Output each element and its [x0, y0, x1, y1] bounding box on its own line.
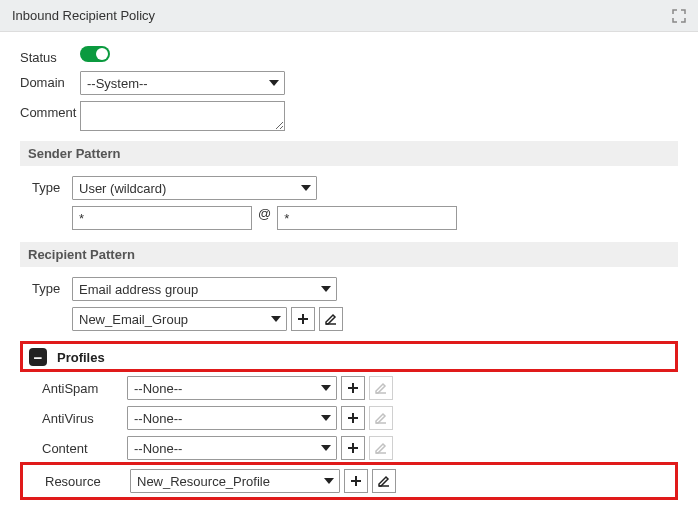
resource-edit-button[interactable] [372, 469, 396, 493]
antivirus-row: AntiVirus --None-- [42, 406, 678, 430]
collapse-icon: − [29, 348, 47, 366]
profiles-toggle[interactable]: − Profiles [29, 348, 669, 366]
chevron-down-icon [271, 316, 281, 322]
antivirus-add-button[interactable] [341, 406, 365, 430]
sender-pattern-header: Sender Pattern [20, 141, 678, 166]
recipient-edit-button[interactable] [319, 307, 343, 331]
profiles-body: AntiSpam --None-- AntiVirus --None-- [20, 376, 678, 460]
antispam-row: AntiSpam --None-- [42, 376, 678, 400]
status-row: Status [20, 46, 678, 65]
antispam-add-button[interactable] [341, 376, 365, 400]
expand-icon[interactable] [672, 9, 686, 23]
chevron-down-icon [269, 80, 279, 86]
chevron-down-icon [321, 415, 331, 421]
sender-type-label: Type [32, 176, 72, 195]
sender-domain-input[interactable]: * [277, 206, 457, 230]
recipient-type-select[interactable]: Email address group [72, 277, 337, 301]
comment-label: Comment [20, 101, 80, 120]
profiles-highlight: − Profiles [20, 341, 678, 372]
content-row: Content --None-- [42, 436, 678, 460]
resource-add-button[interactable] [344, 469, 368, 493]
sender-pattern-row: * @ * [32, 206, 666, 230]
sender-type-value: User (wildcard) [79, 181, 166, 196]
recipient-add-button[interactable] [291, 307, 315, 331]
recipient-pattern-header: Recipient Pattern [20, 242, 678, 267]
recipient-group-value: New_Email_Group [79, 312, 188, 327]
resource-label: Resource [45, 474, 130, 489]
content-select[interactable]: --None-- [127, 436, 337, 460]
domain-row: Domain --System-- [20, 71, 678, 95]
antispam-select[interactable]: --None-- [127, 376, 337, 400]
dialog-title: Inbound Recipient Policy [12, 8, 155, 23]
comment-row: Comment [20, 101, 678, 131]
at-symbol: @ [252, 206, 277, 221]
status-label: Status [20, 46, 80, 65]
resource-select[interactable]: New_Resource_Profile [130, 469, 340, 493]
recipient-group-row: New_Email_Group [32, 307, 666, 331]
domain-label: Domain [20, 71, 80, 90]
antispam-label: AntiSpam [42, 381, 127, 396]
antivirus-edit-button[interactable] [369, 406, 393, 430]
sender-pattern-section: Sender Pattern Type User (wildcard) * @ … [20, 141, 678, 230]
domain-select[interactable]: --System-- [80, 71, 285, 95]
antivirus-label: AntiVirus [42, 411, 127, 426]
chevron-down-icon [321, 445, 331, 451]
resource-highlight: Resource New_Resource_Profile [20, 462, 678, 500]
content-add-button[interactable] [341, 436, 365, 460]
comment-input[interactable] [80, 101, 285, 131]
content-label: Content [42, 441, 127, 456]
domain-value: --System-- [87, 76, 148, 91]
chevron-down-icon [301, 185, 311, 191]
recipient-pattern-section: Recipient Pattern Type Email address gro… [20, 242, 678, 331]
status-toggle[interactable] [80, 46, 110, 62]
chevron-down-icon [324, 478, 334, 484]
sender-type-row: Type User (wildcard) [32, 176, 666, 200]
profiles-title: Profiles [57, 350, 105, 365]
recipient-type-row: Type Email address group [32, 277, 666, 301]
recipient-type-label: Type [32, 277, 72, 296]
sender-local-input[interactable]: * [72, 206, 252, 230]
antispam-edit-button[interactable] [369, 376, 393, 400]
sender-type-select[interactable]: User (wildcard) [72, 176, 317, 200]
chevron-down-icon [321, 385, 331, 391]
dialog-body: Status Domain --System-- Comment Sender … [0, 32, 698, 507]
resource-row: Resource New_Resource_Profile [29, 469, 669, 493]
recipient-group-select[interactable]: New_Email_Group [72, 307, 287, 331]
content-edit-button[interactable] [369, 436, 393, 460]
chevron-down-icon [321, 286, 331, 292]
antivirus-select[interactable]: --None-- [127, 406, 337, 430]
recipient-type-value: Email address group [79, 282, 198, 297]
dialog-header: Inbound Recipient Policy [0, 0, 698, 32]
